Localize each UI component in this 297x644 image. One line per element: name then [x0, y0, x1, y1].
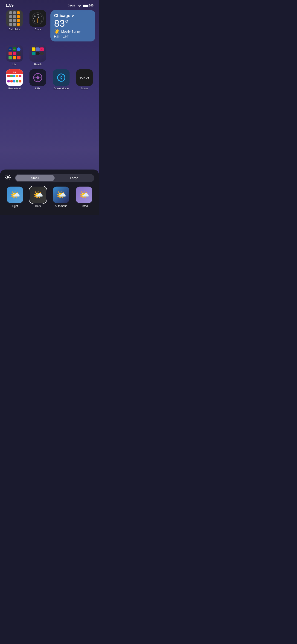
icon-option-light[interactable]: 🌤️ Light	[4, 186, 25, 208]
app-calculator[interactable]: Calculator	[4, 10, 25, 42]
svg-line-13	[9, 176, 10, 176]
sos-badge: SOS	[68, 4, 76, 7]
empty-slot-1	[50, 45, 72, 66]
battery-icon: 100	[83, 4, 94, 7]
svg-line-12	[9, 179, 10, 180]
govee-logo-icon	[56, 72, 66, 83]
svg-point-6	[7, 176, 9, 178]
app-row-2: 🎮 🎮 ○ Life ♥	[4, 45, 95, 66]
wifi-icon	[78, 4, 81, 7]
app-govee[interactable]: Govee Home	[50, 69, 72, 90]
icon-preview-dark: 🌤️	[30, 186, 46, 203]
app-sonos[interactable]: SONOS Sonos	[74, 69, 96, 90]
brightness-icon	[4, 174, 11, 182]
app-row-3: 31 Fantastical	[4, 69, 95, 90]
icon-label-automatic: Automatic	[55, 204, 67, 208]
app-row-1: Calculator 12 1 3 5 6 7 9 11 Clock	[4, 10, 95, 42]
weather-temp: 83°	[54, 19, 92, 28]
size-large-btn[interactable]: Large	[54, 175, 94, 181]
app-label-sonos: Sonos	[81, 87, 88, 90]
status-bar: 1:59 SOS 100	[0, 0, 99, 9]
app-label-govee: Govee Home	[54, 87, 68, 90]
weather-range: H:84° L:64°	[54, 35, 92, 38]
app-fantastical[interactable]: 31 Fantastical	[4, 69, 25, 90]
icon-option-tinted[interactable]: 🌤️ Tinted	[74, 186, 94, 208]
weather-condition: ☀️ Mostly Sunny	[54, 29, 92, 34]
size-small-btn[interactable]: Small	[16, 175, 54, 181]
svg-line-14	[6, 179, 7, 180]
icon-label-dark: Dark	[35, 204, 41, 208]
weather-city: Chicago ➤	[54, 13, 92, 18]
weather-widget[interactable]: Chicago ➤ 83° ☀️ Mostly Sunny H:84° L:64…	[50, 10, 95, 42]
status-time: 1:59	[6, 3, 14, 8]
bottom-sheet: Small Large 🌤️ Light 🌤️ Dark	[0, 170, 99, 215]
icon-preview-tinted: 🌤️	[76, 186, 92, 203]
sonos-text: SONOS	[80, 76, 90, 79]
icon-option-dark[interactable]: 🌤️ Dark	[28, 186, 48, 208]
app-label-health: Health	[34, 63, 42, 66]
icon-option-automatic[interactable]: 🌤️ Automatic	[51, 186, 71, 208]
app-clock[interactable]: 12 1 3 5 6 7 9 11 Clock	[27, 10, 49, 42]
icon-label-light: Light	[12, 204, 18, 208]
icon-preview-light: 🌤️	[7, 186, 23, 203]
app-life[interactable]: 🎮 🎮 ○ Life	[4, 45, 25, 66]
status-icons: SOS 100	[68, 4, 94, 7]
icon-options: 🌤️ Light 🌤️ Dark 🌤️ Automatic	[4, 186, 94, 208]
icon-label-tinted: Tinted	[80, 204, 88, 208]
empty-slot-2	[74, 45, 96, 66]
app-lifx[interactable]: LIFX	[27, 69, 49, 90]
app-label-fantastical: Fantastical	[8, 87, 20, 90]
sheet-controls: Small Large	[4, 174, 94, 182]
size-toggle[interactable]: Small Large	[15, 174, 94, 182]
battery-level: 100	[89, 4, 94, 7]
svg-line-11	[6, 176, 7, 176]
svg-point-5	[60, 77, 62, 78]
lifx-logo-icon	[33, 72, 43, 83]
app-health[interactable]: ♥ Health	[27, 45, 49, 66]
icon-preview-automatic: 🌤️	[53, 186, 69, 203]
home-screen: Calculator 12 1 3 5 6 7 9 11 Clock	[0, 9, 99, 90]
app-label-lifx: LIFX	[35, 87, 40, 90]
app-label-clock: Clock	[34, 28, 41, 31]
app-label-calculator: Calculator	[9, 28, 20, 31]
app-label-life: Life	[12, 63, 16, 66]
